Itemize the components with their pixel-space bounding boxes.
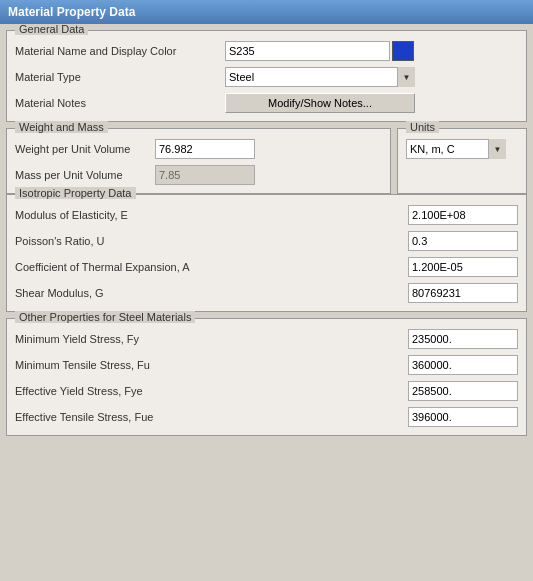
units-group: Units KN, m, C N, mm, C kip, in, F ▼ [397,128,527,194]
modulus-input[interactable] [408,205,518,225]
other-props-group: Other Properties for Steel Materials Min… [6,318,527,436]
isotropic-label: Isotropic Property Data [15,187,136,199]
weight-mass-section: Weight and Mass Weight per Unit Volume M… [6,128,527,194]
general-data-group: General Data Material Name and Display C… [6,30,527,122]
material-type-row: Material Type Steel Aluminum Concrete Ot… [15,67,518,87]
other-props-label: Other Properties for Steel Materials [15,311,195,323]
thermal-row: Coefficient of Thermal Expansion, A [15,257,518,277]
min-tensile-row: Minimum Tensile Stress, Fu [15,355,518,375]
eff-yield-label: Effective Yield Stress, Fye [15,385,408,397]
main-window: Material Property Data General Data Mate… [0,0,533,581]
weight-mass-group: Weight and Mass Weight per Unit Volume M… [6,128,391,194]
shear-label: Shear Modulus, G [15,287,408,299]
mass-input[interactable] [155,165,255,185]
min-yield-input[interactable] [408,329,518,349]
isotropic-group: Isotropic Property Data Modulus of Elast… [6,194,527,312]
min-yield-label: Minimum Yield Stress, Fy [15,333,408,345]
thermal-label: Coefficient of Thermal Expansion, A [15,261,408,273]
window-title: Material Property Data [8,5,135,19]
units-row: KN, m, C N, mm, C kip, in, F ▼ [406,139,518,159]
material-notes-label: Material Notes [15,97,225,109]
title-bar: Material Property Data [0,0,533,24]
modulus-row: Modulus of Elasticity, E [15,205,518,225]
material-type-label: Material Type [15,71,225,83]
units-label: Units [406,121,439,133]
color-picker[interactable] [392,41,414,61]
eff-tensile-row: Effective Tensile Stress, Fue [15,407,518,427]
units-select[interactable]: KN, m, C N, mm, C kip, in, F [406,139,506,159]
eff-tensile-input[interactable] [408,407,518,427]
min-tensile-input[interactable] [408,355,518,375]
material-name-input[interactable] [225,41,390,61]
material-name-label: Material Name and Display Color [15,45,225,57]
min-yield-row: Minimum Yield Stress, Fy [15,329,518,349]
eff-yield-input[interactable] [408,381,518,401]
poisson-label: Poisson's Ratio, U [15,235,408,247]
weight-row: Weight per Unit Volume [15,139,382,159]
eff-yield-row: Effective Yield Stress, Fye [15,381,518,401]
content-area: General Data Material Name and Display C… [0,24,533,581]
poisson-row: Poisson's Ratio, U [15,231,518,251]
weight-label: Weight per Unit Volume [15,143,155,155]
material-notes-row: Material Notes Modify/Show Notes... [15,93,518,113]
min-tensile-label: Minimum Tensile Stress, Fu [15,359,408,371]
weight-mass-label: Weight and Mass [15,121,108,133]
mass-label: Mass per Unit Volume [15,169,155,181]
material-type-select[interactable]: Steel Aluminum Concrete Other [225,67,415,87]
thermal-input[interactable] [408,257,518,277]
material-name-row: Material Name and Display Color [15,41,518,61]
shear-input[interactable] [408,283,518,303]
mass-row: Mass per Unit Volume [15,165,382,185]
general-data-label: General Data [15,24,88,35]
weight-input[interactable] [155,139,255,159]
units-select-wrapper: KN, m, C N, mm, C kip, in, F ▼ [406,139,506,159]
modulus-label: Modulus of Elasticity, E [15,209,408,221]
modify-notes-button[interactable]: Modify/Show Notes... [225,93,415,113]
eff-tensile-label: Effective Tensile Stress, Fue [15,411,408,423]
material-type-select-wrapper: Steel Aluminum Concrete Other ▼ [225,67,415,87]
shear-row: Shear Modulus, G [15,283,518,303]
poisson-input[interactable] [408,231,518,251]
